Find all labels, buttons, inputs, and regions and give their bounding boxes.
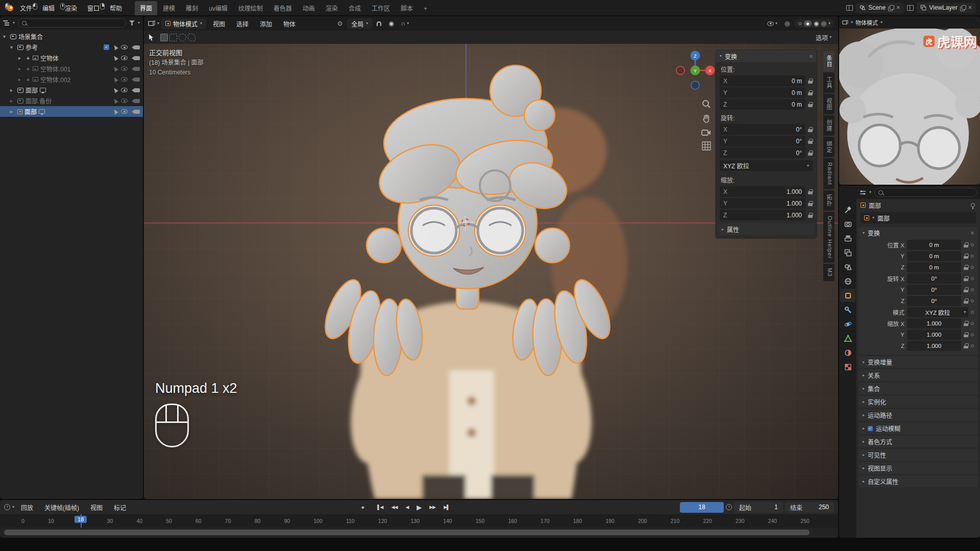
outliner-row-empty-002[interactable]: ▸ + 空物体.002 (0, 74, 143, 85)
animate-dot-icon[interactable] (971, 299, 974, 303)
output-tab-icon[interactable] (840, 232, 855, 245)
jump-to-end-icon[interactable]: ▶▌ (440, 503, 453, 511)
marker-menu[interactable]: 标记 (109, 502, 131, 513)
ntab-radiant[interactable]: Radiant (823, 158, 835, 189)
navigation-gizmo[interactable]: Z X Y (674, 49, 717, 92)
lock-icon[interactable] (964, 276, 968, 281)
select-mode-lasso-icon[interactable] (188, 34, 195, 41)
ntab-tool[interactable]: 工具 (823, 72, 835, 93)
selectable-icon[interactable] (112, 55, 118, 61)
viewport-editor-icon[interactable] (842, 20, 848, 25)
animate-dot-icon[interactable] (971, 255, 974, 258)
tool-options-dropdown[interactable]: 选项 ▾ (813, 32, 834, 43)
workspace-tab-texpaint[interactable]: 纹理绘制 (233, 1, 268, 15)
falloff-dropdown[interactable]: ∩ ▾ (399, 19, 412, 28)
playhead-label[interactable]: 18 (75, 516, 87, 523)
editor-type-chevron-icon[interactable]: ▾ (13, 21, 15, 25)
lock-icon[interactable] (964, 265, 968, 270)
play-icon[interactable]: ▶ (413, 502, 425, 513)
lock-icon[interactable] (964, 242, 968, 247)
lock-icon[interactable] (964, 321, 968, 326)
workspace-tab-scripting[interactable]: 脚本 (396, 1, 418, 15)
viewport-menu-select[interactable]: 选择 (232, 18, 253, 30)
section-custom-properties[interactable]: ▸自定义属性 (859, 475, 978, 487)
playback-menu[interactable]: 回放 (16, 502, 38, 513)
snap-magnet-icon[interactable] (374, 20, 384, 27)
section-collections[interactable]: ▸集合 (859, 383, 978, 394)
lock-icon[interactable] (964, 332, 968, 337)
selectable-icon[interactable] (112, 77, 118, 83)
workspace-tab-layout[interactable]: 界面 (135, 1, 157, 15)
workspace-tab-animation[interactable]: 动画 (298, 1, 320, 15)
ntab-item[interactable]: 条目 (823, 51, 835, 71)
workspace-tab-geometry[interactable]: 工作区 (366, 1, 395, 15)
proportional-edit-icon[interactable]: ◉ (386, 19, 396, 28)
scene-selector[interactable]: Scene × (856, 3, 904, 13)
rotation-mode-dropdown[interactable]: XYZ 欧拉▾ (907, 307, 968, 317)
disclosure-icon[interactable]: ▸ (10, 87, 15, 93)
outliner-row-scene-collection[interactable]: ▾ 场景集合 (0, 31, 143, 42)
viewport-menu-add[interactable]: 添加 (255, 18, 277, 30)
frame-end-field[interactable]: 结束 250 (785, 502, 834, 513)
section-instancing[interactable]: ▸实例化 (859, 396, 978, 408)
editor-type-chevron-icon[interactable]: ▾ (12, 505, 14, 509)
section-visibility[interactable]: ▸可见性 (859, 449, 978, 461)
transform-panel-header[interactable]: ▾ 变换 ≡ (716, 50, 817, 62)
overlays-icon[interactable]: ◎ (782, 19, 792, 28)
workspace-tab-uv[interactable]: uv编辑 (204, 1, 233, 15)
texture-tab-icon[interactable] (840, 360, 855, 373)
ntab-m3[interactable]: M3 (823, 264, 835, 281)
preview-canvas[interactable]: 虎 虎课网 (839, 29, 980, 185)
animate-dot-icon[interactable] (971, 344, 974, 347)
animate-dot-icon[interactable] (971, 277, 974, 280)
new-viewlayer-icon[interactable] (960, 5, 965, 10)
disclosure-icon[interactable]: ▸ (18, 66, 23, 71)
hide-eye-icon[interactable] (121, 109, 128, 114)
camera-view-icon[interactable] (701, 129, 712, 137)
hide-eye-icon[interactable] (121, 56, 128, 60)
ortho-grid-icon[interactable] (702, 141, 711, 151)
animate-dot-icon[interactable] (971, 333, 974, 336)
view-menu[interactable]: 视图 (86, 502, 107, 513)
lock-icon[interactable] (808, 213, 813, 218)
section-motion-blur[interactable]: ▸✓运动模糊 (859, 422, 978, 434)
section-shading[interactable]: ▸着色方式 (859, 436, 978, 447)
prop-value-field[interactable]: 1.000 (907, 318, 961, 329)
animate-dot-icon[interactable] (971, 322, 974, 325)
scale-z-field[interactable]: Z 1.000 (720, 210, 805, 220)
timeline-scrollbar[interactable] (4, 530, 810, 535)
attributes-panel-header[interactable]: ▸ 属性 (718, 223, 815, 235)
orientation-dropdown[interactable]: 全局 ▾ (347, 18, 372, 29)
properties-search-input[interactable] (874, 188, 977, 197)
lock-icon[interactable] (808, 151, 813, 156)
current-frame-field[interactable]: 18 (680, 502, 724, 513)
prop-value-field[interactable]: 0 m (907, 262, 961, 272)
disclosure-icon[interactable]: ▾ (3, 34, 8, 39)
world-tab-icon[interactable] (840, 274, 855, 288)
animate-dot-icon[interactable] (971, 311, 974, 314)
workspace-tab-compositing[interactable]: 合成 (344, 1, 366, 15)
shading-wireframe-icon[interactable]: ○ (798, 20, 802, 27)
screen-layout-icon[interactable] (846, 5, 853, 11)
motion-blur-checkbox[interactable]: ✓ (868, 426, 873, 431)
viewlayer-grid-icon[interactable] (907, 5, 914, 11)
location-x-field[interactable]: X 0 m (720, 76, 805, 86)
outliner-search-input[interactable] (18, 18, 126, 28)
prop-value-field[interactable]: 0° (907, 273, 961, 284)
render-camera-icon[interactable] (134, 110, 140, 114)
prop-value-field[interactable]: 0° (907, 296, 961, 306)
keying-menu[interactable]: 关键帧(插帧) (40, 502, 84, 513)
remove-viewlayer-icon[interactable]: × (968, 4, 972, 11)
prop-value-field[interactable]: 1.000 (907, 330, 961, 340)
disclosure-icon[interactable]: ▸ (10, 109, 15, 114)
next-keyframe-icon[interactable]: ▶▶ (426, 503, 439, 511)
selectable-icon[interactable] (112, 87, 118, 93)
hide-eye-icon[interactable] (121, 66, 128, 71)
location-y-field[interactable]: Y 0 m (720, 87, 805, 98)
workspace-tab-shading[interactable]: 着色器 (268, 1, 297, 15)
ntab-view[interactable]: 视图 (823, 94, 835, 114)
editor-type-chevron-icon[interactable]: ▾ (157, 21, 159, 26)
select-mode-tweak-icon[interactable] (160, 34, 168, 41)
viewlayer-selector[interactable]: ViewLayer × (917, 3, 976, 13)
ntab-topology[interactable]: 拓扑 (823, 190, 835, 211)
